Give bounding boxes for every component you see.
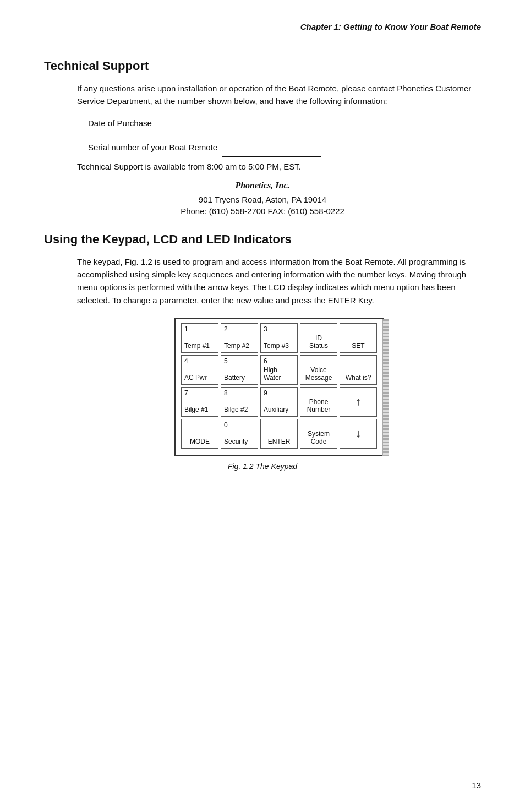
key-0-security[interactable]: 0 Security	[221, 419, 258, 449]
key-phone-number[interactable]: PhoneNumber	[300, 387, 337, 417]
keypad-section-body: The keypad, Fig. 1.2 is used to program …	[77, 255, 481, 307]
key-id-status-label: IDStatus	[309, 334, 328, 350]
company-name: Phonetics, Inc.	[44, 181, 481, 190]
key-8-number: 8	[224, 390, 255, 397]
key-7-label: Bilge #1	[184, 406, 215, 413]
key-9-auxiliary[interactable]: 9 Auxiliary	[260, 387, 298, 417]
key-5-label: Battery	[224, 374, 255, 382]
company-phone-fax: Phone: (610) 558-2700 FAX: (610) 558-022…	[44, 206, 481, 216]
key-4-ac-pwr[interactable]: 4 AC Pwr	[181, 355, 218, 385]
keypad-diagram-container: 1 Temp #1 2 Temp #2 3 Temp #3 IDStatus	[77, 318, 481, 456]
key-2-label: Temp #2	[224, 342, 255, 350]
key-4-label: AC Pwr	[184, 374, 215, 382]
keypad-row-4: MODE 0 Security ENTER SystemCode ↓	[181, 419, 377, 449]
key-0-label: Security	[224, 438, 255, 445]
keypad-row-3: 7 Bilge #1 8 Bilge #2 9 Auxiliary PhoneN…	[181, 387, 377, 417]
key-what-is-label: What is?	[346, 374, 371, 382]
key-5-number: 5	[224, 358, 255, 365]
key-enter[interactable]: ENTER	[260, 419, 298, 449]
purchase-date-field: Date of Purchase	[88, 115, 481, 133]
fig-caption: Fig. 1.2 The Keypad	[44, 462, 481, 471]
key-enter-label: ENTER	[268, 438, 291, 445]
key-arrow-down[interactable]: ↓	[340, 419, 377, 449]
key-set[interactable]: SET	[340, 323, 377, 353]
key-3-temp3[interactable]: 3 Temp #3	[260, 323, 298, 353]
keypad-section-title: Using the Keypad, LCD and LED Indicators	[44, 232, 481, 247]
key-set-label: SET	[352, 342, 364, 350]
key-id-status[interactable]: IDStatus	[300, 323, 337, 353]
key-4-number: 4	[184, 358, 215, 365]
down-arrow-icon: ↓	[356, 427, 361, 440]
key-system-code[interactable]: SystemCode	[300, 419, 337, 449]
key-9-label: Auxiliary	[264, 406, 294, 413]
key-1-temp1[interactable]: 1 Temp #1	[181, 323, 218, 353]
technical-support-intro: If any questions arise upon installation…	[77, 82, 481, 108]
date-of-purchase-underline	[156, 115, 222, 133]
company-address: 901 Tryens Road, Aston, PA 19014	[44, 195, 481, 204]
key-6-number: 6	[264, 358, 294, 365]
key-6-label: HighWater	[264, 366, 294, 382]
keypad-row-2: 4 AC Pwr 5 Battery 6 HighWater VoiceMess…	[181, 355, 377, 385]
support-hours: Technical Support is available from 8:00…	[77, 160, 481, 173]
key-3-label: Temp #3	[264, 342, 294, 350]
page-number: 13	[472, 781, 481, 790]
key-7-number: 7	[184, 390, 215, 397]
serial-number-label: Serial number of your Boat Remote	[88, 143, 217, 152]
key-6-high-water[interactable]: 6 HighWater	[260, 355, 298, 385]
keypad-diagram: 1 Temp #1 2 Temp #2 3 Temp #3 IDStatus	[174, 318, 384, 456]
key-what-is[interactable]: What is?	[340, 355, 377, 385]
key-voice-message[interactable]: VoiceMessage	[300, 355, 337, 385]
technical-support-title: Technical Support	[44, 59, 481, 73]
date-of-purchase-label: Date of Purchase	[88, 118, 152, 128]
key-1-number: 1	[184, 326, 215, 333]
keypad-section: Using the Keypad, LCD and LED Indicators…	[44, 232, 481, 471]
key-mode[interactable]: MODE	[181, 419, 218, 449]
serial-number-underline	[222, 139, 321, 157]
key-1-label: Temp #1	[184, 342, 215, 350]
key-8-label: Bilge #2	[224, 406, 255, 413]
key-mode-label: MODE	[190, 438, 210, 445]
key-arrow-up[interactable]: ↑	[340, 387, 377, 417]
key-8-bilge2[interactable]: 8 Bilge #2	[221, 387, 258, 417]
serial-number-field: Serial number of your Boat Remote	[88, 139, 481, 157]
chapter-header: Chapter 1: Getting to Know Your Boat Rem…	[44, 22, 481, 31]
technical-support-section: Technical Support If any questions arise…	[44, 59, 481, 216]
key-voice-message-label: VoiceMessage	[305, 366, 332, 382]
key-0-number: 0	[224, 422, 255, 429]
key-2-number: 2	[224, 326, 255, 333]
key-2-temp2[interactable]: 2 Temp #2	[221, 323, 258, 353]
key-7-bilge1[interactable]: 7 Bilge #1	[181, 387, 218, 417]
keypad-row-1: 1 Temp #1 2 Temp #2 3 Temp #3 IDStatus	[181, 323, 377, 353]
key-9-number: 9	[264, 390, 294, 397]
up-arrow-icon: ↑	[356, 395, 361, 408]
key-5-battery[interactable]: 5 Battery	[221, 355, 258, 385]
key-system-code-label: SystemCode	[308, 430, 330, 446]
key-phone-number-label: PhoneNumber	[307, 398, 331, 414]
key-3-number: 3	[264, 326, 294, 333]
